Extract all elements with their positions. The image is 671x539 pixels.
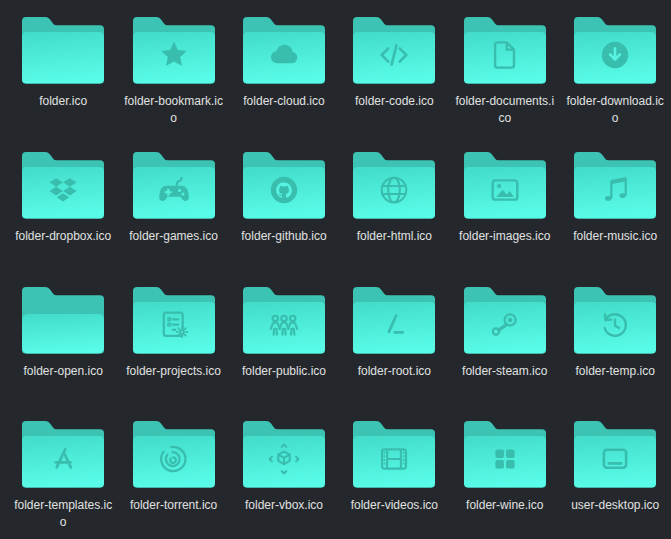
folder-icon xyxy=(462,146,548,219)
folder-icon xyxy=(462,11,548,84)
folder-front-shape xyxy=(574,436,656,488)
folder-front-shape xyxy=(133,302,215,354)
folder-front-shape xyxy=(574,167,656,219)
folder-icon xyxy=(20,415,106,488)
folder-icon xyxy=(20,11,106,84)
folder-icon xyxy=(572,281,658,354)
file-label: folder-temp.ico xyxy=(575,363,654,380)
folder-icon xyxy=(241,415,327,488)
file-label: folder-github.ico xyxy=(241,228,326,245)
folder-icon xyxy=(462,415,548,488)
file-icon-folder-root-ico[interactable]: folder-root.ico xyxy=(339,270,449,405)
file-label: folder-code.ico xyxy=(355,93,434,110)
file-icon-folder-open-ico[interactable]: folder-open.ico xyxy=(8,270,118,405)
file-icon-folder-torrent-ico[interactable]: folder-torrent.ico xyxy=(118,404,228,539)
folder-icon xyxy=(241,281,327,354)
file-label: folder-documents.ico xyxy=(453,93,557,126)
file-label: folder-projects.ico xyxy=(126,363,221,380)
file-label: folder-games.ico xyxy=(129,228,218,245)
folder-front-shape xyxy=(22,314,104,354)
folder-front-shape xyxy=(464,302,546,354)
file-icon-folder-cloud-ico[interactable]: folder-cloud.ico xyxy=(229,0,339,135)
folder-icon xyxy=(131,146,217,219)
file-icon-user-desktop-ico[interactable]: user-desktop.ico xyxy=(560,404,670,539)
folder-front-shape xyxy=(574,302,656,354)
folder-front-shape xyxy=(353,167,435,219)
github-icon xyxy=(271,177,297,203)
folder-icon xyxy=(572,11,658,84)
file-icon-folder-vbox-ico[interactable]: folder-vbox.ico xyxy=(229,404,339,539)
file-label: folder.ico xyxy=(39,93,87,110)
file-icon-folder-code-ico[interactable]: folder-code.ico xyxy=(339,0,449,135)
file-label: user-desktop.ico xyxy=(571,497,659,514)
file-label: folder-music.ico xyxy=(573,228,657,245)
folder-icon xyxy=(20,146,106,219)
folder-icon xyxy=(351,11,437,84)
file-label: folder-open.ico xyxy=(24,363,103,380)
file-label: folder-public.ico xyxy=(242,363,326,380)
folder-front-shape xyxy=(22,32,104,84)
folder-icon xyxy=(20,281,106,354)
file-label: folder-root.ico xyxy=(358,363,431,380)
file-icon-folder-ico[interactable]: folder.ico xyxy=(8,0,118,135)
file-label: folder-html.ico xyxy=(357,228,432,245)
folder-icon xyxy=(572,146,658,219)
file-label: folder-steam.ico xyxy=(462,363,547,380)
file-label: folder-bookmark.ico xyxy=(122,93,226,126)
file-label: folder-torrent.ico xyxy=(130,497,217,514)
file-icon-folder-videos-ico[interactable]: folder-videos.ico xyxy=(339,404,449,539)
file-icon-folder-temp-ico[interactable]: folder-temp.ico xyxy=(560,270,670,405)
folder-front-shape xyxy=(22,167,104,219)
file-label: folder-vbox.ico xyxy=(245,497,323,514)
file-icon-folder-download-ico[interactable]: folder-download.ico xyxy=(560,0,670,135)
file-icon-folder-public-ico[interactable]: folder-public.ico xyxy=(229,270,339,405)
folder-icon xyxy=(131,11,217,84)
file-icon-folder-music-ico[interactable]: folder-music.ico xyxy=(560,135,670,270)
file-label: folder-images.ico xyxy=(459,228,550,245)
file-icon-folder-projects-ico[interactable]: folder-projects.ico xyxy=(118,270,228,405)
file-icon-folder-github-ico[interactable]: folder-github.ico xyxy=(229,135,339,270)
file-icon-folder-dropbox-ico[interactable]: folder-dropbox.ico xyxy=(8,135,118,270)
folder-icon xyxy=(351,281,437,354)
folder-front-shape xyxy=(353,302,435,354)
folder-icon xyxy=(131,415,217,488)
file-icon-folder-images-ico[interactable]: folder-images.ico xyxy=(450,135,560,270)
folder-front-shape xyxy=(353,436,435,488)
file-icon-folder-bookmark-ico[interactable]: folder-bookmark.ico xyxy=(118,0,228,135)
file-icon-folder-steam-ico[interactable]: folder-steam.ico xyxy=(450,270,560,405)
folder-icon xyxy=(241,11,327,84)
icon-grid: folder.ico folder-bookmark.ico folder-cl… xyxy=(0,0,671,539)
file-icon-folder-documents-ico[interactable]: folder-documents.ico xyxy=(450,0,560,135)
file-label: folder-videos.ico xyxy=(351,497,438,514)
file-icon-folder-wine-ico[interactable]: folder-wine.ico xyxy=(450,404,560,539)
file-icon-folder-templates-ico[interactable]: folder-templates.ico xyxy=(8,404,118,539)
folder-icon xyxy=(131,281,217,354)
folder-front-shape xyxy=(464,436,546,488)
folder-icon xyxy=(351,415,437,488)
file-icon-folder-html-ico[interactable]: folder-html.ico xyxy=(339,135,449,270)
folder-icon xyxy=(572,415,658,488)
folder-front-shape xyxy=(464,32,546,84)
folder-front-shape xyxy=(243,302,325,354)
folder-icon xyxy=(351,146,437,219)
file-label: folder-cloud.ico xyxy=(243,93,324,110)
folder-icon xyxy=(241,146,327,219)
file-label: folder-wine.ico xyxy=(466,497,543,514)
download-icon xyxy=(602,42,628,68)
file-label: folder-download.ico xyxy=(563,93,667,126)
file-label: folder-templates.ico xyxy=(11,497,115,530)
folder-icon xyxy=(462,281,548,354)
file-icon-folder-games-ico[interactable]: folder-games.ico xyxy=(118,135,228,270)
file-label: folder-dropbox.ico xyxy=(15,228,111,245)
